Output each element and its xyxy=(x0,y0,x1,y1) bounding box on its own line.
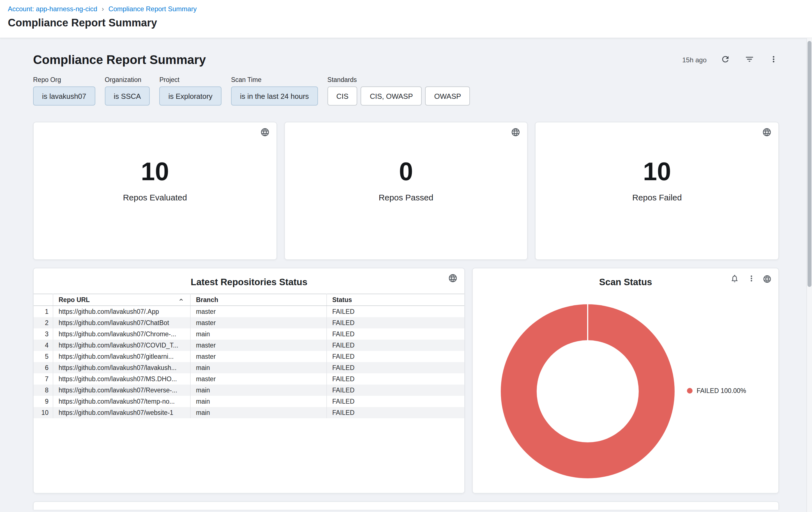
row-status: FAILED xyxy=(326,306,465,317)
row-index: 3 xyxy=(34,328,53,340)
dashboard-header: Compliance Report Summary 15h ago xyxy=(33,38,779,68)
refresh-button[interactable] xyxy=(720,54,731,66)
row-branch: master xyxy=(190,306,326,317)
table-row: 3 https://github.com/lavakush07/Chrome-.… xyxy=(34,328,465,340)
bottom-tile-grid: Latest Repositories Status Repo URL xyxy=(33,268,779,493)
scan-status-donut-chart[interactable] xyxy=(501,304,675,478)
row-repo-url: https://github.com/lavakush07/website-1 xyxy=(53,407,190,418)
status-column-header[interactable]: Status xyxy=(326,294,465,306)
filter-chip-standards-owasp[interactable]: OWASP xyxy=(425,86,470,106)
row-branch: main xyxy=(190,396,326,407)
row-status: FAILED xyxy=(326,407,465,418)
branch-column-header[interactable]: Branch xyxy=(190,294,326,306)
kebab-menu-icon xyxy=(747,274,756,285)
chart-legend: FAILED 100.00% xyxy=(687,387,746,394)
bell-icon xyxy=(730,274,739,285)
next-tile-row-edge xyxy=(33,501,779,510)
alerts-button[interactable] xyxy=(729,273,740,285)
row-branch: main xyxy=(190,328,326,340)
globe-icon xyxy=(260,128,269,137)
filter-group-scan-time: Scan Time is in the last 24 hours xyxy=(231,76,318,106)
dashboard-canvas: Compliance Report Summary 15h ago xyxy=(0,38,812,512)
stat-tile-grid: 10 Repos Evaluated 0 Repos Passed 10 Rep… xyxy=(33,122,779,260)
filter-chip-project[interactable]: is Exploratory xyxy=(159,86,222,106)
row-index: 10 xyxy=(34,407,53,418)
filter-group-project: Project is Exploratory xyxy=(159,76,222,106)
filter-chip-scan-time[interactable]: is in the last 24 hours xyxy=(231,86,318,106)
row-number-column-header xyxy=(34,294,53,306)
table-row: 6 https://github.com/lavakush07/lavakush… xyxy=(34,362,465,373)
globe-icon xyxy=(511,128,521,137)
row-repo-url: https://github.com/lavakush07/COVID_T... xyxy=(53,340,190,351)
row-status: FAILED xyxy=(326,396,465,407)
page-header: Account: app-harness-ng-cicd › Complianc… xyxy=(0,0,812,38)
row-status: FAILED xyxy=(326,373,465,384)
row-branch: main xyxy=(190,384,326,396)
last-refresh-time: 15h ago xyxy=(682,56,706,64)
row-repo-url: https://github.com/lavakush07/temp-no... xyxy=(53,396,190,407)
filter-chip-standards-cis-owasp[interactable]: CIS, OWASP xyxy=(361,86,422,106)
repos-failed-tile: 10 Repos Failed xyxy=(535,122,779,260)
table-row: 9 https://github.com/lavakush07/temp-no.… xyxy=(34,396,465,407)
scrollbar-thumb[interactable] xyxy=(808,41,811,287)
row-branch: master xyxy=(190,351,326,362)
repos-failed-value: 10 xyxy=(643,159,671,184)
repos-evaluated-value: 10 xyxy=(141,159,169,184)
filters-bar: Repo Org is lavakush07 Organization is S… xyxy=(33,76,779,106)
filter-label: Repo Org xyxy=(33,76,95,83)
globe-icon xyxy=(762,128,772,137)
row-repo-url: https://github.com/lavakush07/lavakush..… xyxy=(53,362,190,373)
filter-group-standards: Standards CIS CIS, OWASP OWASP xyxy=(327,76,470,106)
filter-chip-repo-org[interactable]: is lavakush07 xyxy=(33,86,95,106)
filter-button[interactable] xyxy=(744,54,755,66)
filter-chip-standards-cis[interactable]: CIS xyxy=(327,86,357,106)
dashboard-title: Compliance Report Summary xyxy=(33,53,206,68)
repos-evaluated-label: Repos Evaluated xyxy=(123,192,187,202)
refresh-icon xyxy=(720,54,730,66)
kebab-menu-icon xyxy=(768,54,778,66)
filter-list-icon xyxy=(745,54,754,66)
repos-passed-label: Repos Passed xyxy=(379,192,433,202)
scan-status-tile: Scan Status xyxy=(472,268,779,493)
row-status: FAILED xyxy=(326,384,465,396)
legend-swatch xyxy=(687,388,693,394)
breadcrumb-current-link[interactable]: Compliance Report Summary xyxy=(109,5,197,13)
repo-url-column-header[interactable]: Repo URL xyxy=(53,294,190,306)
page-title: Compliance Report Summary xyxy=(8,17,803,29)
row-index: 5 xyxy=(34,351,53,362)
globe-icon xyxy=(448,273,458,283)
row-status: FAILED xyxy=(326,340,465,351)
dashboard-more-options-button[interactable] xyxy=(768,54,779,66)
donut-hole xyxy=(537,340,639,442)
row-repo-url: https://github.com/lavakush07/gitlearni.… xyxy=(53,351,190,362)
table-row: 7 https://github.com/lavakush07/MS.DHO..… xyxy=(34,373,465,384)
legend-label: FAILED 100.00% xyxy=(697,387,746,394)
sort-ascending-icon xyxy=(177,296,184,303)
globe-icon xyxy=(763,274,772,284)
row-branch: master xyxy=(190,340,326,351)
app-window: Account: app-harness-ng-cicd › Complianc… xyxy=(0,0,812,512)
repos-failed-label: Repos Failed xyxy=(632,192,682,202)
repo-table-body: 1 https://github.com/lavakush07/.App mas… xyxy=(34,306,465,418)
row-repo-url: https://github.com/lavakush07/MS.DHO... xyxy=(53,373,190,384)
filter-group-repo-org: Repo Org is lavakush07 xyxy=(33,76,95,106)
table-row: 5 https://github.com/lavakush07/gitlearn… xyxy=(34,351,465,362)
filter-label: Project xyxy=(159,76,222,83)
repos-passed-value: 0 xyxy=(399,159,413,184)
table-row: 2 https://github.com/lavakush07/ChatBot … xyxy=(34,317,465,328)
filter-chip-organization[interactable]: is SSCA xyxy=(105,86,150,106)
row-index: 9 xyxy=(34,396,53,407)
row-branch: master xyxy=(190,317,326,328)
filter-label: Scan Time xyxy=(231,76,318,83)
vertical-scrollbar[interactable] xyxy=(806,38,812,512)
tile-more-options-button[interactable] xyxy=(746,273,757,285)
dashboard-actions: 15h ago xyxy=(682,54,779,66)
row-repo-url: https://github.com/lavakush07/ChatBot xyxy=(53,317,190,328)
donut-slice-seam xyxy=(587,304,588,340)
breadcrumb-account-link[interactable]: Account: app-harness-ng-cicd xyxy=(8,5,97,13)
table-row: 4 https://github.com/lavakush07/COVID_T.… xyxy=(34,340,465,351)
row-index: 2 xyxy=(34,317,53,328)
row-repo-url: https://github.com/lavakush07/.App xyxy=(53,306,190,317)
filter-label: Standards xyxy=(327,76,470,83)
row-branch: main xyxy=(190,362,326,373)
